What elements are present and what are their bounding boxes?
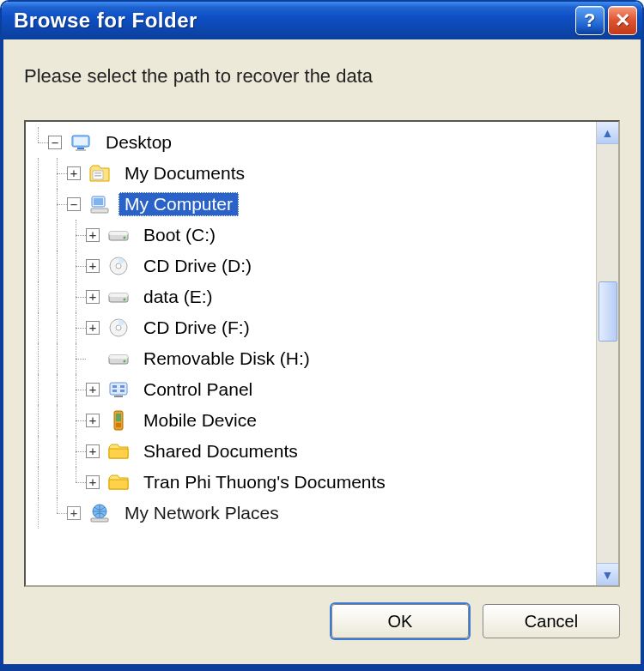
client-area: Please select the path to recover the da… [2, 39, 642, 664]
svg-point-17 [124, 299, 126, 301]
tree-label: My Documents [118, 161, 251, 185]
svg-rect-28 [114, 396, 123, 397]
svg-rect-2 [77, 148, 84, 149]
scroll-track[interactable] [598, 144, 617, 563]
scroll-up-button[interactable]: ▲ [597, 122, 619, 144]
window-title: Browse for Folder [14, 9, 572, 33]
svg-rect-9 [91, 209, 108, 213]
svg-point-12 [124, 237, 126, 239]
svg-rect-6 [94, 175, 101, 177]
expander-plus[interactable]: + [86, 383, 100, 396]
close-icon: ✕ [615, 9, 631, 32]
window-bottom-border [2, 664, 642, 669]
tree-label: Removable Disk (H:) [137, 347, 316, 371]
mobile-icon [106, 408, 131, 432]
tree-node-removable-h[interactable]: + Removable Disk (H:) [29, 343, 592, 374]
svg-rect-24 [112, 385, 117, 388]
svg-rect-3 [76, 149, 86, 151]
tree-label: Tran Phi Thuong's Documents [137, 470, 392, 494]
tree-node-cd-f[interactable]: + CD Drive (F:) [29, 312, 592, 343]
tree-label: Mobile Device [137, 408, 263, 432]
svg-rect-11 [109, 232, 128, 235]
svg-rect-30 [116, 414, 121, 421]
tree-label: My Computer [118, 192, 239, 216]
svg-rect-23 [110, 383, 127, 395]
svg-rect-8 [94, 198, 103, 205]
tree-label: My Network Places [118, 501, 285, 525]
tree-node-cd-d[interactable]: + CD Drive (D:) [29, 251, 592, 281]
svg-rect-25 [120, 385, 125, 388]
folder-icon [106, 439, 131, 463]
cancel-button-label: Cancel [525, 612, 578, 632]
cancel-button[interactable]: Cancel [483, 604, 620, 638]
svg-point-22 [124, 360, 126, 363]
expander-plus[interactable]: + [86, 228, 100, 242]
tree-panel: − Desktop [24, 120, 620, 587]
tree-label: CD Drive (F:) [137, 316, 256, 340]
help-button[interactable]: ? [575, 6, 605, 35]
chevron-down-icon: ▼ [602, 568, 614, 582]
svg-rect-33 [91, 518, 108, 522]
expander-plus[interactable]: + [86, 444, 100, 458]
svg-rect-27 [120, 390, 125, 392]
expander-plus[interactable]: + [86, 475, 100, 489]
tree-label: Boot (C:) [137, 223, 222, 247]
my-documents-icon [88, 161, 112, 185]
expander-plus[interactable]: + [67, 506, 81, 520]
tree-node-shared-documents[interactable]: + Shared Documents [29, 436, 592, 467]
expander-minus[interactable]: − [48, 136, 62, 149]
scroll-thumb[interactable] [598, 281, 617, 342]
tree-view[interactable]: − Desktop [26, 122, 596, 585]
tree-node-my-documents[interactable]: + My Documents [29, 158, 592, 189]
expander-plus[interactable]: + [86, 290, 100, 304]
chevron-up-icon: ▲ [602, 126, 614, 140]
instruction-text: Please select the path to recover the da… [24, 65, 620, 88]
expander-plus[interactable]: + [86, 414, 100, 427]
tree-label: Shared Documents [137, 439, 304, 463]
svg-rect-5 [94, 172, 101, 174]
browse-for-folder-window: Browse for Folder ? ✕ Please select the … [0, 0, 644, 671]
tree-label: CD Drive (D:) [137, 254, 258, 278]
hdd-icon [106, 223, 131, 247]
tree-label: Control Panel [137, 378, 258, 402]
scroll-down-button[interactable]: ▼ [597, 563, 619, 585]
control-panel-icon [106, 378, 131, 402]
tree-node-mobile-device[interactable]: + Mobile Device [29, 405, 592, 436]
svg-rect-21 [109, 355, 128, 359]
close-button[interactable]: ✕ [608, 6, 637, 35]
svg-rect-16 [109, 293, 128, 297]
tree-node-my-computer[interactable]: − My Computer [29, 189, 592, 220]
ok-button[interactable]: OK [331, 604, 469, 638]
expander-plus[interactable]: + [67, 166, 81, 180]
hdd-icon [106, 285, 131, 309]
tree-node-boot-c[interactable]: + Boot (C:) [29, 220, 592, 251]
tree-label: data (E:) [137, 285, 219, 309]
svg-rect-1 [74, 137, 88, 145]
tree-node-control-panel[interactable]: + Control Panel [29, 374, 592, 405]
network-icon [88, 501, 112, 525]
folder-icon [106, 470, 131, 494]
tree-node-desktop[interactable]: − Desktop [29, 127, 592, 158]
question-icon: ? [584, 9, 596, 32]
button-row: OK Cancel [24, 587, 620, 644]
tree-node-user-documents[interactable]: + Tran Phi Thuong's Documents [29, 467, 592, 498]
cd-icon [106, 254, 131, 278]
expander-plus[interactable]: + [86, 321, 100, 335]
svg-rect-26 [112, 390, 117, 392]
tree-node-my-network-places[interactable]: + My Network Places [29, 498, 592, 529]
cd-icon [106, 316, 131, 340]
expander-minus[interactable]: − [67, 197, 81, 211]
ok-button-label: OK [388, 612, 413, 632]
titlebar[interactable]: Browse for Folder ? ✕ [2, 2, 642, 39]
vertical-scrollbar[interactable]: ▲ ▼ [596, 122, 618, 585]
expander-plus[interactable]: + [86, 259, 100, 273]
svg-rect-31 [116, 423, 121, 427]
my-computer-icon [88, 192, 112, 216]
hdd-icon [106, 347, 131, 371]
desktop-icon [69, 130, 93, 154]
tree-label: Desktop [100, 130, 178, 154]
tree-node-data-e[interactable]: + data (E:) [29, 281, 592, 312]
